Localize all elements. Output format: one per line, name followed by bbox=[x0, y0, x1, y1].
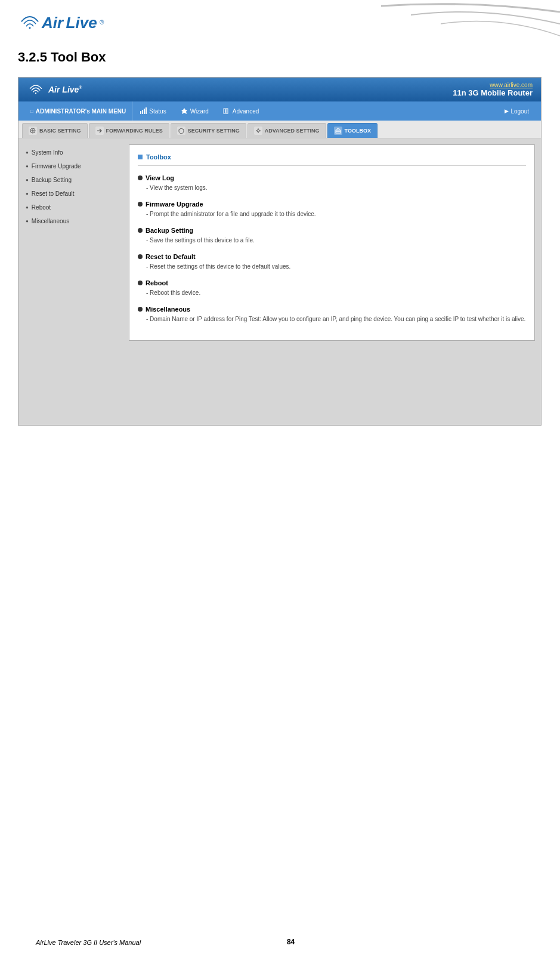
header-swoosh bbox=[351, 0, 560, 41]
toolbox-item-desc-view-log: - View the system logs. bbox=[138, 183, 526, 192]
router-product-name: 11n 3G Mobile Router bbox=[453, 88, 533, 97]
nav-wizard[interactable]: Wizard bbox=[174, 101, 216, 121]
svg-rect-0 bbox=[140, 111, 141, 114]
security-setting-icon bbox=[177, 127, 185, 135]
section-title: 3.2.5 Tool Box bbox=[0, 41, 560, 77]
basic-setting-icon bbox=[29, 127, 37, 135]
sidebar-item-firmware-upgrade[interactable]: ● Firmware Upgrade bbox=[18, 159, 123, 173]
logo-registered-mark: ® bbox=[100, 19, 104, 25]
status-icon bbox=[140, 107, 147, 115]
toolbox-item-backup-setting: Backup Setting - Save the settings of th… bbox=[138, 227, 526, 245]
bullet-icon: ● bbox=[26, 150, 29, 155]
toolbox-item-firmware-upgrade: Firmware Upgrade - Prompt the administra… bbox=[138, 201, 526, 218]
main-nav: □ ADMINISTRATOR's MAIN MENU Status Wizar… bbox=[18, 101, 541, 121]
svg-rect-1 bbox=[142, 110, 143, 114]
bullet-icon bbox=[138, 307, 143, 312]
bullet-icon bbox=[138, 228, 143, 233]
svg-point-11 bbox=[257, 130, 259, 132]
nav-status[interactable]: Status bbox=[132, 101, 173, 121]
tab-toolbox[interactable]: TOOLBOX bbox=[327, 123, 378, 138]
tab-security-setting[interactable]: SECURITY SETTING bbox=[171, 123, 246, 138]
sidebar-item-backup-setting[interactable]: ● Backup Setting bbox=[18, 173, 123, 187]
content-box-title: Toolbox bbox=[138, 153, 526, 166]
toolbox-item-reset-to-default: Reset to Default - Reset the settings of… bbox=[138, 253, 526, 271]
bullet-icon bbox=[138, 175, 143, 180]
bullet-icon bbox=[138, 254, 143, 259]
toolbox-item-title-reboot: Reboot bbox=[138, 279, 526, 287]
svg-rect-2 bbox=[144, 109, 145, 114]
bullet-icon bbox=[138, 281, 143, 285]
wizard-icon bbox=[181, 107, 188, 115]
svg-rect-4 bbox=[224, 109, 225, 113]
toolbox-item-desc-reset: - Reset the settings of this device to t… bbox=[138, 262, 526, 271]
toolbox-item-desc-reboot: - Reboot this device. bbox=[138, 288, 526, 297]
router-url: www.airlive.com bbox=[453, 82, 533, 88]
page-footer: AirLive Traveler 3G II User's Manual 84 bbox=[0, 938, 560, 946]
logo-air-text: Air bbox=[42, 14, 63, 32]
title-square-icon bbox=[138, 155, 143, 159]
nav-advanced[interactable]: Advanced bbox=[216, 101, 266, 121]
svg-rect-5 bbox=[226, 109, 228, 113]
router-logo: Air Live® bbox=[27, 81, 82, 98]
content-area: ● System Info ● Firmware Upgrade ● Backu… bbox=[18, 138, 541, 425]
bullet-icon bbox=[138, 202, 143, 207]
toolbox-item-reboot: Reboot - Reboot this device. bbox=[138, 279, 526, 297]
airlive-logo: Air Live ® bbox=[18, 11, 104, 35]
toolbox-item-miscellaneous: Miscellaneous - Domain Name or IP addres… bbox=[138, 306, 526, 324]
toolbox-item-title-backup: Backup Setting bbox=[138, 227, 526, 234]
sidebar-item-reset-to-default[interactable]: ● Reset to Default bbox=[18, 187, 123, 201]
bullet-icon: ● bbox=[26, 164, 29, 169]
forwarding-rules-icon bbox=[95, 127, 104, 135]
bullet-icon: ● bbox=[26, 205, 29, 210]
main-content: Toolbox View Log - View the system logs.… bbox=[123, 138, 541, 425]
router-top-right: www.airlive.com 11n 3G Mobile Router bbox=[453, 82, 533, 97]
logo-live-text: Live bbox=[66, 14, 97, 32]
toolbox-item-desc-misc: - Domain Name or IP address for Ping Tes… bbox=[138, 315, 526, 324]
router-logo-text: Air Live® bbox=[48, 85, 82, 94]
bullet-icon: ● bbox=[26, 177, 29, 183]
svg-rect-3 bbox=[146, 107, 147, 114]
toolbox-icon bbox=[334, 127, 342, 135]
router-wifi-icon bbox=[27, 81, 45, 98]
page-number: 84 bbox=[159, 938, 423, 946]
sidebar: ● System Info ● Firmware Upgrade ● Backu… bbox=[18, 138, 123, 425]
wifi-logo-icon bbox=[18, 11, 42, 35]
toolbox-item-desc-backup: - Save the settings of this device to a … bbox=[138, 236, 526, 245]
content-box: Toolbox View Log - View the system logs.… bbox=[129, 144, 535, 341]
router-ui-container: Air Live® www.airlive.com 11n 3G Mobile … bbox=[18, 77, 542, 426]
sidebar-item-reboot[interactable]: ● Reboot bbox=[18, 201, 123, 214]
toolbox-item-title-misc: Miscellaneous bbox=[138, 306, 526, 313]
sidebar-item-miscellaneous[interactable]: ● Miscellaneous bbox=[18, 214, 123, 228]
tab-advanced-setting[interactable]: ADVANCED SETTING bbox=[247, 123, 326, 138]
bullet-icon: ● bbox=[26, 191, 29, 196]
advanced-setting-icon bbox=[254, 127, 262, 135]
advanced-icon bbox=[223, 107, 230, 115]
footer-manual-text: AirLive Traveler 3G II User's Manual bbox=[18, 939, 159, 946]
tab-forwarding-rules[interactable]: FORWARDING RULES bbox=[89, 123, 169, 138]
router-top-bar: Air Live® www.airlive.com 11n 3G Mobile … bbox=[18, 78, 541, 101]
bullet-icon: ● bbox=[26, 218, 29, 224]
nav-logout[interactable]: ▶ Logout bbox=[499, 108, 535, 115]
toolbox-item-title-reset: Reset to Default bbox=[138, 253, 526, 260]
toolbox-item-title-firmware: Firmware Upgrade bbox=[138, 201, 526, 208]
toolbox-item-title-view-log: View Log bbox=[138, 174, 526, 181]
sub-nav: BASIC SETTING FORWARDING RULES SECURITY … bbox=[18, 121, 541, 138]
toolbox-item-view-log: View Log - View the system logs. bbox=[138, 174, 526, 192]
main-nav-title[interactable]: □ ADMINISTRATOR's MAIN MENU bbox=[24, 101, 132, 121]
tab-basic-setting[interactable]: BASIC SETTING bbox=[22, 123, 88, 138]
sidebar-item-system-info[interactable]: ● System Info bbox=[18, 146, 123, 159]
toolbox-item-desc-firmware: - Prompt the administrator for a file an… bbox=[138, 210, 526, 218]
